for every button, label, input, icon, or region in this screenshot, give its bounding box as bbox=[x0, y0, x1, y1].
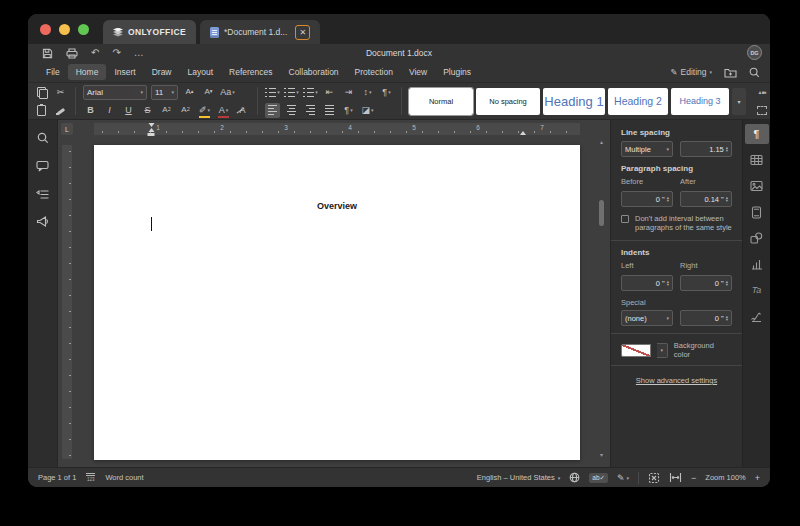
subscript-button[interactable]: A2 bbox=[178, 103, 193, 118]
document-language-globe-icon[interactable] bbox=[569, 472, 580, 483]
clear-style-button[interactable]: A bbox=[235, 103, 250, 118]
search-icon[interactable] bbox=[749, 67, 760, 78]
editing-mode-button[interactable]: ✎ Editing ▾ bbox=[670, 67, 712, 77]
spin-down-icon[interactable]: ▾ bbox=[726, 149, 728, 153]
same-style-interval-checkbox[interactable]: Don't add interval between paragraphs of… bbox=[621, 214, 732, 232]
cut-button[interactable]: ✂ bbox=[53, 85, 68, 100]
left-indent-marker[interactable] bbox=[148, 123, 155, 136]
nonprinting-characters-button[interactable]: ¶▾ bbox=[341, 103, 356, 118]
spinner-arrows[interactable]: ▴▾ bbox=[667, 196, 669, 203]
navigation-button[interactable] bbox=[35, 186, 51, 202]
language-selector[interactable]: English – United States ▾ bbox=[477, 473, 560, 482]
align-center-button[interactable] bbox=[284, 103, 299, 118]
line-spacing-button[interactable]: ↕▾ bbox=[360, 85, 375, 100]
signature-settings-button[interactable] bbox=[745, 306, 769, 326]
line-spacing-amount[interactable]: 1.15 ▴▾ bbox=[680, 141, 732, 157]
spin-down-icon[interactable]: ▾ bbox=[726, 318, 728, 322]
spinner-arrows[interactable]: ▴▾ bbox=[667, 280, 669, 287]
fit-to-width-icon[interactable] bbox=[669, 472, 682, 483]
zoom-level[interactable]: Zoom 100% bbox=[705, 473, 745, 482]
style-heading-1[interactable]: Heading 1 bbox=[543, 88, 605, 115]
indent-right-input[interactable]: 0 " ▴▾ bbox=[680, 275, 732, 291]
tab-file[interactable]: File bbox=[38, 64, 68, 80]
feedback-button[interactable] bbox=[35, 214, 51, 230]
tab-references[interactable]: References bbox=[221, 64, 280, 80]
numbering-button[interactable]: ▾ bbox=[284, 85, 299, 100]
align-left-button[interactable] bbox=[265, 103, 280, 118]
tab-document[interactable]: *Document 1.d... ✕ bbox=[200, 20, 320, 44]
indent-left-input[interactable]: 0 " ▴▾ bbox=[621, 275, 673, 291]
tab-onlyoffice-start[interactable]: ONLYOFFICE bbox=[103, 20, 196, 44]
decrease-font-button[interactable]: A▾ bbox=[201, 85, 216, 100]
color-scheme-button[interactable]: ▲■● bbox=[754, 85, 769, 100]
open-file-location-icon[interactable] bbox=[724, 67, 737, 78]
tab-protection[interactable]: Protection bbox=[347, 64, 401, 80]
spinner-arrows[interactable]: ▴▾ bbox=[726, 196, 728, 203]
highlight-color-button[interactable]: ✐▾ bbox=[197, 103, 212, 118]
document-page[interactable]: Overview bbox=[94, 145, 580, 460]
tab-draw[interactable]: Draw bbox=[144, 64, 180, 80]
line-spacing-select[interactable]: Multiple ▾ bbox=[621, 141, 673, 157]
select-all-button[interactable] bbox=[754, 103, 769, 118]
tab-plugins[interactable]: Plugins bbox=[435, 64, 479, 80]
spinner-arrows[interactable]: ▴▾ bbox=[726, 315, 728, 322]
spacing-after-input[interactable]: 0.14 " ▴▾ bbox=[680, 191, 732, 207]
background-color-swatch[interactable] bbox=[621, 344, 651, 357]
spell-check-button[interactable]: ab ✓ bbox=[589, 473, 608, 483]
spin-down-icon[interactable]: ▾ bbox=[726, 283, 728, 287]
fullscreen-window-button[interactable] bbox=[78, 24, 89, 35]
vertical-scrollbar[interactable]: ▴ ▾ bbox=[597, 138, 606, 459]
justify-button[interactable] bbox=[322, 103, 337, 118]
page-indicator[interactable]: Page 1 of 1 bbox=[38, 473, 76, 482]
multilevel-list-button[interactable]: ▾ bbox=[303, 85, 318, 100]
background-color-dropdown[interactable]: ▾ bbox=[657, 343, 668, 358]
increase-indent-button[interactable]: ⇥ bbox=[341, 85, 356, 100]
spinner-arrows[interactable]: ▴▾ bbox=[726, 146, 728, 153]
tab-collaboration[interactable]: Collaboration bbox=[281, 64, 347, 80]
tab-layout[interactable]: Layout bbox=[180, 64, 222, 80]
paragraph-settings-button[interactable]: ¶ bbox=[745, 124, 769, 144]
text-art-settings-button[interactable]: Ta bbox=[745, 280, 769, 300]
scroll-down-arrow[interactable]: ▾ bbox=[600, 451, 603, 459]
superscript-button[interactable]: A2 bbox=[159, 103, 174, 118]
tab-stop-selector[interactable]: L bbox=[61, 123, 73, 135]
spinner-arrows[interactable]: ▴▾ bbox=[726, 280, 728, 287]
show-advanced-settings-link[interactable]: Show advanced settings bbox=[621, 376, 732, 385]
close-tab-button[interactable]: ✕ bbox=[295, 25, 310, 40]
find-button[interactable] bbox=[35, 130, 51, 146]
style-no-spacing[interactable]: No spacing bbox=[476, 88, 540, 115]
decrease-indent-button[interactable]: ⇤ bbox=[322, 85, 337, 100]
checkbox[interactable] bbox=[621, 215, 629, 223]
spin-down-icon[interactable]: ▾ bbox=[667, 199, 669, 203]
special-select[interactable]: (none) ▾ bbox=[621, 310, 673, 326]
chart-settings-button[interactable] bbox=[745, 254, 769, 274]
fit-to-page-icon[interactable] bbox=[648, 472, 660, 484]
comments-button[interactable] bbox=[35, 158, 51, 174]
zoom-in-button[interactable]: + bbox=[755, 473, 760, 483]
bullets-button[interactable]: ▾ bbox=[265, 85, 280, 100]
word-count-button[interactable]: Word count bbox=[105, 473, 143, 482]
align-right-button[interactable] bbox=[303, 103, 318, 118]
bold-button[interactable]: B bbox=[83, 103, 98, 118]
horizontal-ruler[interactable]: 1 2 3 4 5 6 7 bbox=[94, 123, 580, 135]
tab-view[interactable]: View bbox=[401, 64, 435, 80]
zoom-out-button[interactable]: − bbox=[691, 473, 696, 483]
strikethrough-button[interactable]: S bbox=[140, 103, 155, 118]
vertical-ruler[interactable] bbox=[62, 145, 72, 459]
paragraph-spacing-button[interactable]: ¶▾ bbox=[379, 85, 394, 100]
close-window-button[interactable] bbox=[40, 24, 51, 35]
shading-button[interactable]: ◪▾ bbox=[360, 103, 375, 118]
user-avatar[interactable]: DG bbox=[747, 45, 762, 60]
copy-button[interactable] bbox=[34, 85, 49, 100]
scroll-up-arrow[interactable]: ▴ bbox=[600, 138, 603, 146]
tab-home[interactable]: Home bbox=[68, 64, 107, 80]
track-changes-button[interactable]: ✎ ▾ bbox=[617, 473, 629, 483]
scrollbar-thumb[interactable] bbox=[599, 200, 604, 226]
tab-insert[interactable]: Insert bbox=[106, 64, 143, 80]
font-color-button[interactable]: A▾ bbox=[216, 103, 231, 118]
paste-button[interactable] bbox=[34, 103, 49, 118]
underline-button[interactable]: U bbox=[121, 103, 136, 118]
minimize-window-button[interactable] bbox=[59, 24, 70, 35]
style-heading-2[interactable]: Heading 2 bbox=[608, 88, 668, 115]
increase-font-button[interactable]: A▴ bbox=[182, 85, 197, 100]
